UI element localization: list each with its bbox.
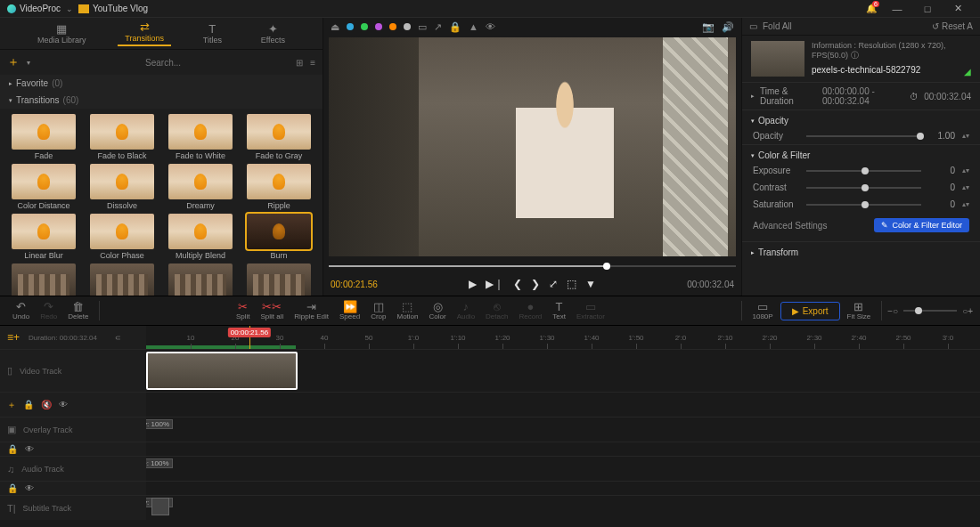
exposure-stepper[interactable]: ▴▾ bbox=[962, 166, 969, 174]
marker-orange[interactable] bbox=[389, 23, 396, 30]
list-view-icon[interactable]: ≡ bbox=[310, 58, 315, 68]
transition-item[interactable]: Fade bbox=[9, 114, 78, 160]
subtitle-clip[interactable] bbox=[151, 498, 169, 515]
hide-track-icon[interactable]: 👁 bbox=[25, 444, 34, 454]
eject-icon[interactable]: ⏏ bbox=[331, 21, 339, 33]
search-input[interactable] bbox=[37, 58, 289, 68]
time-duration-row[interactable]: ▸ Time & Duration 00:00:00.00 - 00:00:32… bbox=[742, 82, 980, 109]
transition-item[interactable]: Glitch Memories bbox=[244, 264, 314, 296]
safe-zone-icon[interactable]: ⬚ bbox=[567, 278, 576, 290]
timeline-ruler[interactable]: 10203040501':01':101':201':301':401':502… bbox=[146, 326, 980, 349]
tab-titles[interactable]: TTitles bbox=[196, 23, 229, 45]
transition-item[interactable]: Linear Blur bbox=[9, 214, 78, 260]
color-sample-icon[interactable]: ◢ bbox=[964, 67, 971, 77]
transition-item[interactable]: Color Distance bbox=[9, 164, 78, 210]
minimize-button[interactable]: — bbox=[882, 4, 912, 14]
opacity-stepper[interactable]: ▴▾ bbox=[962, 132, 969, 140]
next-frame-button[interactable]: ❯ bbox=[531, 278, 540, 290]
crop-button[interactable]: ◫Crop bbox=[365, 301, 391, 320]
tab-transitions[interactable]: ⇄Transitions bbox=[118, 21, 171, 46]
zoom-out-icon[interactable]: −○ bbox=[887, 306, 898, 316]
prev-frame-button[interactable]: ❮ bbox=[513, 278, 522, 290]
favorite-category[interactable]: ▸ Favorite (0) bbox=[0, 75, 323, 92]
arrow-icon[interactable]: ↗ bbox=[434, 21, 442, 33]
split-button[interactable]: ✂Split bbox=[231, 301, 256, 320]
opacity-section[interactable]: ▾Opacity bbox=[742, 109, 980, 127]
hide-track-icon[interactable]: 👁 bbox=[59, 400, 68, 409]
zoom-slider[interactable] bbox=[903, 310, 957, 312]
transition-item[interactable]: Ripple bbox=[244, 164, 314, 210]
marker-cyan[interactable] bbox=[347, 23, 354, 30]
add-media-button[interactable]: ＋ bbox=[7, 54, 20, 70]
play-button[interactable]: ▶ bbox=[469, 278, 477, 290]
contrast-slider[interactable] bbox=[806, 187, 921, 189]
exposure-slider[interactable] bbox=[806, 170, 921, 172]
track-lane[interactable]: Volume: 100% bbox=[146, 457, 980, 481]
transition-item[interactable]: Dissolve bbox=[87, 164, 157, 210]
add-track-icon[interactable]: ≡+ bbox=[7, 331, 20, 344]
mute-track-icon[interactable]: 🔇 bbox=[41, 400, 52, 409]
marker-purple[interactable] bbox=[375, 23, 382, 30]
snap-icon[interactable]: ▼ bbox=[585, 278, 596, 290]
color-button[interactable]: ◎Color bbox=[424, 301, 452, 320]
hide-track-icon[interactable]: 👁 bbox=[25, 483, 34, 493]
transition-item[interactable]: Fade to Gray bbox=[244, 114, 314, 160]
add-video-track-icon[interactable]: ＋ bbox=[7, 399, 16, 411]
lock-icon[interactable]: 🔒 bbox=[449, 21, 461, 33]
preview-canvas[interactable] bbox=[329, 37, 736, 256]
track-lane[interactable]: Opacity: 100% bbox=[146, 418, 980, 442]
advanced-settings-link[interactable]: Advanced Settings bbox=[753, 221, 827, 231]
ruler-icon[interactable]: ▭ bbox=[418, 21, 427, 33]
fit-size-button[interactable]: ⊞Fit Size bbox=[842, 301, 877, 320]
flag-icon[interactable]: ▲ bbox=[469, 21, 478, 32]
color-filter-section[interactable]: ▾Color & Filter bbox=[742, 144, 980, 162]
track-lane[interactable]: Opacity: 100% bbox=[146, 496, 980, 520]
maximize-button[interactable]: □ bbox=[912, 4, 943, 14]
transition-item[interactable]: Color Phase bbox=[87, 214, 157, 260]
bell-icon[interactable]: 🔔 bbox=[866, 4, 877, 13]
tab-effects[interactable]: ✦Effects bbox=[254, 23, 292, 45]
tab-media-library[interactable]: ▦Media Library bbox=[30, 23, 94, 45]
transition-item[interactable]: Morph bbox=[9, 264, 78, 296]
transition-item[interactable]: Burn bbox=[244, 214, 314, 260]
undo-button[interactable]: ↶Undo bbox=[7, 301, 35, 320]
reset-button[interactable]: ↺ Reset A bbox=[932, 21, 973, 31]
track-opacity-tag[interactable]: Opacity: 100% bbox=[146, 419, 173, 429]
transform-section[interactable]: ▸Transform bbox=[742, 241, 980, 259]
transition-item[interactable]: Dreamy bbox=[166, 164, 235, 210]
snapshot-icon[interactable]: 📷 bbox=[702, 21, 715, 33]
info-help-icon[interactable]: ⓘ bbox=[851, 51, 859, 60]
opacity-slider[interactable] bbox=[806, 135, 921, 137]
export-button[interactable]: ▶ Export bbox=[780, 302, 840, 320]
preview-scrubber[interactable] bbox=[329, 260, 736, 272]
eye-icon[interactable]: 👁 bbox=[486, 21, 495, 32]
speed-button[interactable]: ⏩Speed bbox=[334, 301, 365, 320]
split-all-button[interactable]: ✂✂Split all bbox=[256, 301, 290, 320]
magnet-icon[interactable]: ⊂ bbox=[115, 334, 121, 342]
motion-button[interactable]: ⬚Motion bbox=[391, 301, 423, 320]
transition-item[interactable]: Fade to White bbox=[166, 114, 235, 160]
zoom-in-icon[interactable]: ○+ bbox=[962, 306, 973, 316]
grid-view-icon[interactable]: ⊞ bbox=[296, 58, 303, 68]
fullscreen-icon[interactable]: ⤢ bbox=[549, 278, 558, 290]
transitions-category[interactable]: ▾ Transitions (60) bbox=[0, 92, 323, 109]
marker-green[interactable] bbox=[361, 23, 368, 30]
saturation-slider[interactable] bbox=[806, 204, 921, 206]
fold-all-button[interactable]: Fold All bbox=[763, 21, 792, 31]
transition-item[interactable]: Fade to Black bbox=[87, 114, 157, 160]
track-lane[interactable] bbox=[146, 350, 980, 392]
ripple-edit-button[interactable]: ⇥Ripple Edit bbox=[289, 301, 334, 320]
transition-item[interactable]: Multiply Blend bbox=[166, 214, 235, 260]
marker-gray[interactable] bbox=[404, 23, 411, 30]
app-dropdown[interactable]: ⌄ bbox=[66, 4, 73, 13]
text-button[interactable]: TText bbox=[547, 301, 571, 320]
close-button[interactable]: ✕ bbox=[943, 3, 973, 14]
add-dropdown[interactable]: ▾ bbox=[27, 59, 30, 67]
lock-track-icon[interactable]: 🔒 bbox=[23, 400, 34, 409]
track-opacity-tag[interactable]: Volume: 100% bbox=[146, 458, 173, 468]
volume-icon[interactable]: 🔊 bbox=[722, 21, 734, 33]
saturation-stepper[interactable]: ▴▾ bbox=[962, 200, 969, 208]
video-clip[interactable] bbox=[146, 352, 298, 390]
color-filter-editor-button[interactable]: ✎ Color & Filter Editor bbox=[874, 218, 969, 232]
panel-toggle-icon[interactable]: ▭ bbox=[749, 21, 757, 31]
